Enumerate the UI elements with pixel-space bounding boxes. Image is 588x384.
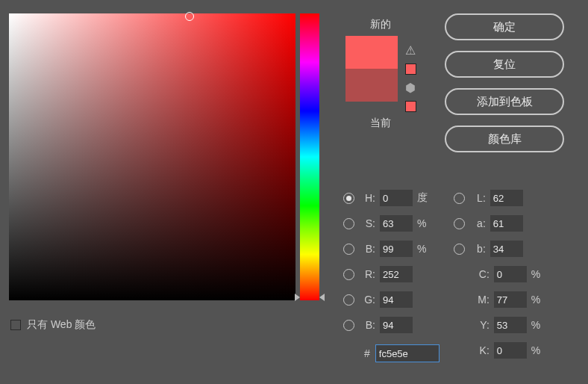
lab-b-radio[interactable] <box>454 244 465 255</box>
new-color-label: 新的 <box>370 18 391 31</box>
g-label: G: <box>359 294 375 306</box>
c-label: C: <box>473 268 490 280</box>
m-label: M: <box>473 294 490 306</box>
reset-button[interactable]: 复位 <box>445 51 564 78</box>
new-color-swatch <box>345 36 398 69</box>
green-radio[interactable] <box>343 294 354 306</box>
blue-input[interactable] <box>380 317 413 333</box>
black-input[interactable] <box>494 342 527 359</box>
lab-l-input[interactable] <box>490 190 523 206</box>
brightness-input[interactable] <box>380 241 413 257</box>
saturation-radio[interactable] <box>343 218 354 229</box>
red-input[interactable] <box>380 266 413 282</box>
c-unit: % <box>531 268 545 280</box>
green-input[interactable] <box>380 291 413 308</box>
s-label: S: <box>359 217 375 229</box>
ok-button[interactable]: 确定 <box>445 13 564 40</box>
magenta-input[interactable] <box>494 291 527 308</box>
websafe-color-swatch[interactable] <box>405 101 416 112</box>
cyan-input[interactable] <box>494 266 527 282</box>
s-unit: % <box>417 217 431 229</box>
lab-b-label: b: <box>469 243 486 255</box>
h-label: H: <box>359 192 375 204</box>
r-label: R: <box>359 268 375 280</box>
web-colors-label: 只有 Web 颜色 <box>27 318 96 332</box>
lab-l-radio[interactable] <box>454 193 465 204</box>
brightness-radio[interactable] <box>343 244 354 255</box>
k-label: K: <box>473 344 490 356</box>
m-unit: % <box>531 294 545 306</box>
hue-arrow-left[interactable] <box>295 294 300 301</box>
red-radio[interactable] <box>343 269 354 280</box>
a-label: a: <box>469 217 486 229</box>
k-unit: % <box>531 344 545 356</box>
hue-radio[interactable] <box>343 193 354 204</box>
warning-icon[interactable]: ⚠ <box>405 43 416 58</box>
web-colors-checkbox[interactable] <box>10 320 21 330</box>
h-unit: 度 <box>417 191 431 205</box>
hex-input[interactable] <box>376 345 439 362</box>
hue-slider[interactable] <box>300 13 319 300</box>
y-unit: % <box>531 319 545 331</box>
blue-radio[interactable] <box>343 320 354 331</box>
current-color-swatch[interactable] <box>345 69 398 102</box>
lab-a-input[interactable] <box>490 215 523 232</box>
saturation-input[interactable] <box>380 215 413 232</box>
lab-b-input[interactable] <box>490 241 523 257</box>
saturation-brightness-field[interactable] <box>9 13 295 300</box>
current-color-label: 当前 <box>370 117 391 130</box>
lab-a-radio[interactable] <box>454 218 465 229</box>
hue-arrow-right[interactable] <box>319 294 325 301</box>
y-label: Y: <box>473 319 490 331</box>
rgb-b-label: B: <box>359 319 375 331</box>
add-swatch-button[interactable]: 添加到色板 <box>445 88 564 115</box>
hue-input[interactable] <box>380 190 413 206</box>
hex-prefix: # <box>364 347 370 359</box>
l-label: L: <box>469 192 486 204</box>
b-unit: % <box>417 243 431 255</box>
warning-color-swatch[interactable] <box>405 64 416 75</box>
b-label: B: <box>359 243 375 255</box>
color-cursor[interactable] <box>185 12 194 21</box>
cube-icon[interactable]: ⬢ <box>405 81 416 95</box>
color-library-button[interactable]: 颜色库 <box>445 126 564 152</box>
yellow-input[interactable] <box>494 317 527 333</box>
